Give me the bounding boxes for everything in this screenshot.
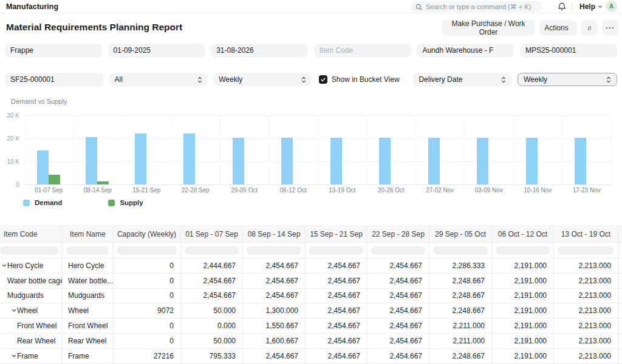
period-value-cell[interactable]: 2,454.667: [306, 303, 367, 318]
column-filter-input[interactable]: [117, 246, 177, 255]
period-value-cell[interactable]: 50.000: [181, 303, 243, 318]
item-name-cell[interactable]: Front Wheel: [63, 318, 113, 333]
column-header[interactable]: 15 Sep - 21 Sep: [306, 226, 367, 242]
period-value-cell[interactable]: 2,213.000: [554, 349, 618, 363]
period-value-cell[interactable]: 2,454.667: [306, 349, 367, 363]
period-value-cell[interactable]: 795.333: [181, 349, 243, 363]
period-value-cell[interactable]: 1,300.000: [243, 303, 306, 318]
period-value-cell[interactable]: 2,454.667: [306, 318, 367, 333]
expand-chevron-icon[interactable]: [12, 308, 16, 313]
period-value-cell[interactable]: 2,248.667: [429, 289, 492, 303]
item-name-cell[interactable]: Frame: [63, 349, 113, 363]
column-filter-input[interactable]: [496, 246, 550, 255]
period-value-cell[interactable]: 2,248.667: [429, 349, 492, 363]
item-code-cell[interactable]: Hero Cycle: [0, 258, 63, 273]
period-value-cell[interactable]: 2,454.667: [367, 334, 429, 348]
period-value-cell[interactable]: 1,600.667: [243, 334, 306, 348]
actions-button[interactable]: Actions: [539, 20, 577, 36]
filter-frequency[interactable]: Weekly: [213, 73, 312, 86]
column-header[interactable]: 22 Sep - 28 Sep: [367, 226, 429, 242]
period-value-cell[interactable]: 2,444.667: [181, 258, 243, 273]
column-header[interactable]: 01 Sep - 07 Sep: [181, 226, 243, 242]
period-value-cell[interactable]: 2,191.000: [492, 318, 554, 333]
period-value-cell[interactable]: 2,191.000: [492, 258, 554, 273]
period-value-cell[interactable]: 2,213.000: [554, 274, 618, 288]
capacity-cell[interactable]: 0: [113, 258, 181, 273]
period-value-cell[interactable]: 2,454.667: [306, 258, 367, 273]
period-value-cell[interactable]: 2,213.000: [554, 289, 618, 303]
period-value-cell[interactable]: 2,454.667: [367, 318, 429, 333]
period-value-cell[interactable]: 2,454.667: [243, 274, 306, 288]
filter-company[interactable]: Frappe: [5, 44, 102, 57]
period-value-cell[interactable]: [618, 318, 622, 333]
expand-chevron-icon[interactable]: [12, 354, 16, 359]
help-menu[interactable]: Help: [579, 2, 603, 12]
bucket-view-checkbox[interactable]: [319, 75, 327, 84]
expand-chevron-icon[interactable]: [2, 263, 7, 268]
refresh-button[interactable]: [581, 20, 598, 36]
period-value-cell[interactable]: 2,286.333: [429, 258, 492, 273]
period-value-cell[interactable]: 2,211.000: [429, 334, 492, 348]
item-code-cell[interactable]: Front Wheel: [0, 318, 63, 333]
period-value-cell[interactable]: 2,211.000: [429, 318, 492, 333]
period-value-cell[interactable]: 2,213.000: [554, 318, 618, 333]
column-header[interactable]: [618, 226, 622, 242]
capacity-cell[interactable]: 27216: [113, 349, 181, 363]
period-value-cell[interactable]: 2,454.667: [181, 289, 243, 303]
period-value-cell[interactable]: 0.000: [181, 318, 243, 333]
column-header[interactable]: Capacity (Weekly): [113, 226, 181, 242]
column-header[interactable]: 06 Oct - 12 Oct: [492, 226, 554, 242]
period-value-cell[interactable]: 2,454.667: [243, 258, 306, 273]
period-value-cell[interactable]: 2,454.667: [243, 289, 306, 303]
column-header[interactable]: 13 Oct - 19 Oct: [554, 226, 618, 242]
capacity-cell[interactable]: 0: [113, 334, 181, 348]
period-value-cell[interactable]: 50.000: [181, 334, 243, 348]
column-filter-input[interactable]: [185, 246, 239, 255]
column-header[interactable]: Item Code: [0, 226, 63, 242]
search-input[interactable]: Search or type a command (⌘ + K): [411, 1, 542, 12]
period-value-cell[interactable]: 2,454.667: [367, 303, 429, 318]
item-name-cell[interactable]: Hero Cycle: [63, 258, 113, 273]
period-value-cell[interactable]: [618, 289, 622, 303]
column-filter-input[interactable]: [558, 246, 614, 255]
item-code-cell[interactable]: Wheel: [0, 303, 63, 318]
filter-sales-forecast[interactable]: SF25-000001: [5, 73, 103, 86]
capacity-cell[interactable]: 9072: [113, 303, 181, 318]
avatar[interactable]: A: [606, 1, 617, 12]
filter-mps[interactable]: MPS25-000001: [520, 44, 617, 57]
item-name-cell[interactable]: Water bottle...: [63, 274, 113, 288]
column-filter-input[interactable]: [66, 246, 109, 255]
period-value-cell[interactable]: 2,191.000: [492, 334, 554, 348]
filter-bucket-size[interactable]: Weekly: [518, 73, 617, 86]
period-value-cell[interactable]: 2,191.000: [492, 289, 554, 303]
period-value-cell[interactable]: 1,550.667: [243, 318, 306, 333]
more-options-button[interactable]: ···: [602, 20, 618, 36]
column-filter-input[interactable]: [0, 246, 58, 255]
item-code-cell[interactable]: Frame: [0, 349, 63, 363]
app-title[interactable]: Manufacturing: [6, 2, 58, 11]
period-value-cell[interactable]: 2,213.000: [554, 258, 618, 273]
period-value-cell[interactable]: 2,454.667: [367, 349, 429, 363]
filter-warehouse[interactable]: Aundh Warehouse - F: [417, 44, 514, 57]
column-header[interactable]: Item Name: [63, 226, 113, 242]
column-filter-input[interactable]: [247, 246, 301, 255]
column-filter-input[interactable]: [309, 246, 363, 255]
period-value-cell[interactable]: 2,454.667: [306, 334, 367, 348]
column-header[interactable]: 29 Sep - 05 Oct: [429, 226, 492, 242]
period-value-cell[interactable]: [618, 334, 622, 348]
period-value-cell[interactable]: 2,454.667: [306, 274, 367, 288]
filter-based-on[interactable]: Delivery Date: [413, 73, 511, 86]
period-value-cell[interactable]: 2,454.667: [243, 349, 306, 363]
period-value-cell[interactable]: 2,248.667: [429, 274, 492, 288]
item-name-cell[interactable]: Mudguards: [63, 289, 113, 303]
capacity-cell[interactable]: 0: [113, 318, 181, 333]
period-value-cell[interactable]: 2,191.000: [492, 274, 554, 288]
capacity-cell[interactable]: 0: [113, 289, 181, 303]
item-code-cell[interactable]: Water bottle cage: [0, 274, 63, 288]
item-name-cell[interactable]: Rear Wheel: [63, 334, 113, 348]
capacity-cell[interactable]: 0: [113, 274, 181, 288]
period-value-cell[interactable]: [618, 258, 622, 273]
column-header[interactable]: 08 Sep - 14 Sep: [243, 226, 306, 242]
period-value-cell[interactable]: [618, 274, 622, 288]
period-value-cell[interactable]: 2,454.667: [367, 274, 429, 288]
